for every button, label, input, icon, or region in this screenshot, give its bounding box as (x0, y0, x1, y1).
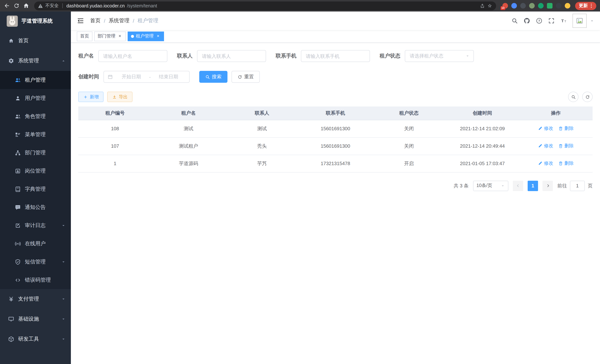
update-button[interactable]: 更新 (575, 2, 596, 10)
sidebar-item-system[interactable]: 系统管理 (0, 51, 71, 71)
sidebar-item-home[interactable]: 首页 (0, 31, 71, 51)
ext-face-icon[interactable] (565, 3, 570, 9)
ext-sage-icon[interactable] (529, 3, 535, 9)
dept-icon (15, 150, 21, 156)
sidebar-item-pay[interactable]: 支付管理 (0, 289, 71, 309)
sidebar-item-label: 角色管理 (25, 113, 46, 120)
sidebar-item-label: 基础设施 (18, 316, 39, 322)
edit-button[interactable]: 修改 (538, 143, 553, 149)
delete-button[interactable]: 删除 (558, 160, 574, 167)
sidebar-item-menu[interactable]: 菜单管理 (0, 125, 71, 144)
sidebar-item-notice[interactable]: 通知公告 (0, 198, 71, 216)
fullscreen-icon[interactable] (548, 18, 555, 24)
close-icon[interactable]: × (117, 34, 122, 39)
tenant-name-input[interactable] (98, 50, 167, 62)
svg-text:T: T (564, 20, 566, 23)
delete-button[interactable]: 删除 (558, 125, 574, 132)
svg-text:T: T (561, 19, 564, 23)
sidebar-item-label: 审计日志 (25, 222, 46, 229)
browser-home-icon[interactable] (23, 3, 29, 9)
next-page-button[interactable] (543, 180, 553, 191)
table-cell: 秃头 (225, 137, 299, 155)
kebab-menu-icon[interactable] (589, 3, 594, 9)
status-select[interactable]: 请选择租户状态 (405, 50, 474, 62)
column-header[interactable]: 租户编号 (78, 106, 152, 120)
column-header[interactable]: 联系人 (225, 106, 299, 120)
column-header[interactable]: 租户状态 (372, 106, 446, 120)
prev-page-button[interactable] (513, 180, 523, 191)
calendar-icon (108, 74, 113, 79)
ext-dark-icon[interactable] (520, 3, 526, 9)
url-domain: dashboard.yudao.iocoder.cn (66, 3, 125, 8)
delete-button[interactable]: 删除 (558, 143, 574, 149)
sidebar-item-errcode[interactable]: 错误码管理 (0, 271, 71, 289)
tab-dept[interactable]: 部门管理× (94, 31, 126, 41)
sidebar-item-devtools[interactable]: 研发工具 (0, 329, 71, 349)
ext-plug-icon[interactable] (556, 3, 562, 9)
mobile-input[interactable] (301, 50, 370, 62)
refresh-table-button[interactable] (582, 92, 593, 102)
page-1-button[interactable]: 1 (528, 180, 538, 191)
avatar[interactable] (572, 14, 587, 28)
help-icon[interactable]: ? (536, 18, 543, 24)
ext-green-square-icon[interactable] (547, 3, 553, 9)
header-search-icon[interactable] (511, 18, 518, 24)
logo-avatar (7, 16, 18, 27)
table-cell: 17321315478 (299, 155, 372, 172)
export-button[interactable]: 导出 (107, 92, 132, 102)
goto-page-input[interactable] (570, 180, 585, 191)
security-label[interactable]: 不安全 (45, 3, 59, 9)
delete-icon (558, 126, 563, 131)
breadcrumb-system[interactable]: 系统管理 (109, 18, 130, 24)
sidebar-item-infra[interactable]: 基础设施 (0, 309, 71, 329)
reset-button[interactable]: 重置 (232, 71, 260, 83)
edit-button[interactable]: 修改 (538, 160, 553, 167)
sidebar-item-role[interactable]: 角色管理 (0, 107, 71, 125)
sidebar-item-online[interactable]: 在线用户 (0, 234, 71, 253)
sidebar-item-dict[interactable]: 字典管理 (0, 180, 71, 198)
sidebar-item-label: 字典管理 (25, 186, 46, 192)
sidebar-item-audit[interactable]: 审计日志 (0, 216, 71, 234)
contact-input[interactable] (197, 50, 266, 62)
column-header[interactable]: 租户名 (152, 106, 225, 120)
tab-tenant[interactable]: 租户管理× (128, 31, 164, 41)
sidebar-item-user[interactable]: 用户管理 (0, 89, 71, 107)
edit-button[interactable]: 修改 (538, 125, 553, 132)
ext-green-ring-icon[interactable] (538, 3, 544, 9)
breadcrumb-home[interactable]: 首页 (90, 18, 101, 24)
tab-home[interactable]: 首页 (77, 31, 92, 41)
font-size-icon[interactable]: TT (560, 18, 567, 24)
create-time-range-picker[interactable]: 开始日期 - 结束日期 (103, 71, 190, 83)
url-bar[interactable]: 不安全 dashboard.yudao.iocoder.cn/system/te… (34, 1, 496, 10)
add-button[interactable]: 新增 (78, 92, 103, 102)
sidebar-item-post[interactable]: 岗位管理 (0, 162, 71, 180)
search-button[interactable]: 搜索 (199, 71, 227, 83)
column-header[interactable]: 创建时间 (446, 106, 519, 120)
home-icon (8, 38, 14, 44)
sidebar-item-label: 支付管理 (18, 296, 39, 302)
caret-down-icon (61, 297, 66, 301)
github-icon[interactable] (524, 18, 530, 24)
browser-refresh-icon[interactable] (13, 3, 20, 9)
chevron-down-icon (501, 184, 505, 188)
sidebar-item-sms[interactable]: 短信管理 (0, 253, 71, 271)
sidebar-toggle-icon[interactable] (77, 17, 84, 25)
sidebar-item-tenant[interactable]: 租户管理 (0, 71, 71, 89)
page-size-select[interactable]: 10条/页 (473, 180, 508, 191)
breadcrumb-separator: / (104, 18, 105, 24)
avatar-caret-down-icon[interactable] (590, 19, 594, 23)
ext-blue-icon[interactable] (511, 3, 517, 9)
bookmark-star-icon[interactable] (487, 3, 492, 8)
column-header[interactable]: 操作 (519, 106, 593, 120)
end-date-placeholder: 结束日期 (151, 74, 186, 80)
ext-grid-icon[interactable]: 10 (502, 3, 508, 9)
toggle-search-button[interactable] (568, 92, 579, 102)
share-icon[interactable] (480, 3, 485, 8)
table-cell: 108 (78, 120, 152, 137)
sidebar-item-dept[interactable]: 部门管理 (0, 144, 71, 162)
close-icon[interactable]: × (155, 34, 161, 39)
column-header[interactable]: 联系手机 (299, 106, 372, 120)
tenant-name-label: 租户名 (78, 53, 94, 59)
browser-back-icon[interactable] (4, 3, 10, 9)
navbar: 首页 / 系统管理 / 租户管理 ? TT (71, 11, 600, 30)
